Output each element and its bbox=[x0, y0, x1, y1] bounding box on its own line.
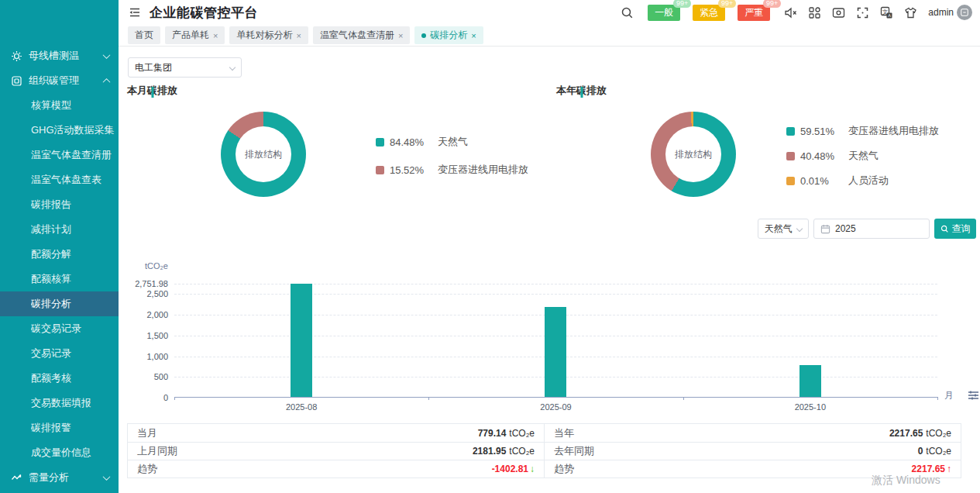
alarm-chip-general[interactable]: 一般99+ bbox=[648, 5, 680, 21]
legend-item-变压器进线用电排放[interactable]: 59.51%变压器进线用电排放 bbox=[786, 124, 939, 138]
y-axis-tick-label: 2,000 bbox=[146, 310, 168, 319]
legend-item-人员活动[interactable]: 0.01%人员活动 bbox=[786, 174, 939, 188]
search-icon[interactable] bbox=[621, 6, 634, 19]
legend-percent: 84.48% bbox=[390, 136, 430, 148]
sidebar-item-label: 核算模型 bbox=[31, 98, 119, 112]
x-axis-label: 2025-10 bbox=[795, 402, 826, 412]
bar-2025-08[interactable] bbox=[291, 284, 312, 397]
tab-首页[interactable]: 首页 bbox=[128, 26, 160, 44]
tab-碳排分析[interactable]: 碳排分析× bbox=[414, 26, 483, 44]
sidebar-item-碳排报告[interactable]: 碳排报告 bbox=[0, 192, 119, 217]
title-accent-bar bbox=[580, 87, 583, 98]
sidebar-item-交易数据填报[interactable]: 交易数据填报 bbox=[0, 391, 119, 415]
year-date-input[interactable]: 2025 bbox=[813, 219, 930, 239]
sidebar-item-label: 减排计划 bbox=[31, 222, 119, 236]
tab-产品单耗[interactable]: 产品单耗× bbox=[165, 26, 225, 44]
avatar[interactable] bbox=[957, 5, 972, 20]
top-header: 企业能碳管控平台 一般99+紧急99+严重99+ bbox=[119, 0, 980, 25]
main-area: 企业能碳管控平台 一般99+紧急99+严重99+ bbox=[119, 0, 980, 493]
sidebar-group-母线槽测温[interactable]: 母线槽测温 bbox=[0, 43, 119, 68]
sidebar-item-label: 碳排报告 bbox=[31, 198, 119, 212]
sidebar-item-label: 配额考核 bbox=[31, 371, 119, 385]
sidebar-item-碳排分析[interactable]: 碳排分析 bbox=[0, 291, 119, 316]
screenshot-icon[interactable] bbox=[832, 6, 845, 19]
bar-2025-10[interactable] bbox=[799, 365, 821, 397]
trend-down-arrow-icon: ↓ bbox=[530, 464, 535, 474]
bar-bands: 2025-082025-092025-10 bbox=[174, 284, 937, 397]
sidebar-item-温室气体盘查清册[interactable]: 温室气体盘查清册 bbox=[0, 143, 119, 167]
x-axis-label: 2025-08 bbox=[286, 402, 317, 412]
sidebar-item-GHG活动数据采集[interactable]: GHG活动数据采集 bbox=[0, 118, 119, 143]
close-tab-icon[interactable]: × bbox=[398, 31, 403, 40]
alarm-count-badge: 99+ bbox=[763, 0, 781, 8]
legend-color-swatch bbox=[786, 177, 795, 185]
sidebar-item-label: 配额分解 bbox=[31, 247, 119, 261]
close-tab-icon[interactable]: × bbox=[213, 31, 218, 40]
org-select[interactable]: 电工集团 bbox=[128, 57, 242, 78]
alarm-chip-urgent[interactable]: 紧急99+ bbox=[693, 5, 725, 21]
legend-item-变压器进线用电排放[interactable]: 15.52%变压器进线用电排放 bbox=[376, 163, 528, 177]
legend-color-swatch bbox=[376, 138, 384, 147]
x-axis-label: 2025-09 bbox=[540, 402, 571, 412]
tab-单耗对标分析[interactable]: 单耗对标分析× bbox=[229, 26, 308, 44]
alarm-chip-critical[interactable]: 严重99+ bbox=[738, 5, 770, 21]
collapse-menu-icon[interactable] bbox=[128, 5, 142, 19]
legend-percent: 15.52% bbox=[390, 164, 430, 176]
sidebar-item-碳交易记录[interactable]: 碳交易记录 bbox=[0, 316, 119, 341]
bar-2025-09[interactable] bbox=[545, 307, 566, 397]
sidebar-item-减排计划[interactable]: 减排计划 bbox=[0, 217, 119, 242]
trend-up-arrow-icon: ↑ bbox=[947, 464, 951, 474]
legend-color-swatch bbox=[376, 166, 384, 174]
sidebar-item-配额考核[interactable]: 配额考核 bbox=[0, 366, 119, 391]
y-axis-tick-label: 1,000 bbox=[146, 352, 168, 361]
user-menu[interactable]: admin bbox=[928, 5, 972, 20]
table-row: 当年2217.65tCO₂e bbox=[545, 424, 961, 442]
theme-skin-icon[interactable] bbox=[904, 6, 917, 19]
sidebar-item-label: GHG活动数据采集 bbox=[31, 123, 119, 137]
sidebar-group-组织碳管理[interactable]: 组织碳管理 bbox=[0, 68, 119, 93]
layout-grid-icon[interactable] bbox=[808, 6, 821, 19]
sidebar-item-温室气体盘查表[interactable]: 温室气体盘查表 bbox=[0, 167, 119, 192]
temperature-icon bbox=[11, 50, 22, 62]
legend-item-天然气[interactable]: 84.48%天然气 bbox=[376, 135, 528, 149]
y-axis-tick-label: 500 bbox=[154, 372, 168, 381]
legend-name: 变压器进线用电排放 bbox=[848, 124, 939, 138]
sidebar-item-label: 交易数据填报 bbox=[31, 396, 119, 410]
energy-type-select[interactable]: 天然气 bbox=[758, 219, 809, 239]
row-label: 当年 bbox=[554, 426, 574, 440]
fullscreen-icon[interactable] bbox=[856, 6, 869, 19]
legend-name: 变压器进线用电排放 bbox=[438, 163, 528, 177]
translate-icon[interactable]: 文A bbox=[880, 6, 893, 19]
sidebar-item-碳排报警[interactable]: 碳排报警 bbox=[0, 415, 119, 440]
sidebar-group-需量分析[interactable]: 需量分析 bbox=[0, 465, 119, 490]
query-button[interactable]: 查询 bbox=[934, 219, 976, 239]
chart-toolbox-icon[interactable] bbox=[968, 390, 979, 401]
tab-label: 单耗对标分析 bbox=[236, 29, 292, 42]
bar-chart[interactable]: 05001,0001,5002,0002,5002,751.982025-082… bbox=[174, 284, 937, 398]
table-row: 去年同期0tCO₂e bbox=[545, 442, 961, 460]
sidebar-item-配额核算[interactable]: 配额核算 bbox=[0, 267, 119, 291]
close-tab-icon[interactable]: × bbox=[296, 31, 301, 40]
donut-chart-year[interactable]: 排放结构 bbox=[651, 112, 736, 197]
close-tab-icon[interactable]: × bbox=[471, 31, 476, 40]
donut-chart-month[interactable]: 排放结构 bbox=[221, 112, 306, 197]
sidebar-item-label: 温室气体盘查表 bbox=[31, 173, 119, 187]
sidebar-item-交易记录[interactable]: 交易记录 bbox=[0, 341, 119, 366]
x-axis-tick bbox=[937, 397, 938, 400]
legend-item-天然气[interactable]: 40.48%天然气 bbox=[786, 149, 939, 163]
sidebar-item-配额分解[interactable]: 配额分解 bbox=[0, 242, 119, 267]
row-label: 上月同期 bbox=[137, 444, 177, 458]
x-axis-tick bbox=[683, 397, 684, 400]
y-axis-tick-label: 2,500 bbox=[146, 289, 168, 298]
mute-icon[interactable] bbox=[784, 6, 797, 19]
sidebar-item-核算模型[interactable]: 核算模型 bbox=[0, 93, 119, 118]
tab-bar: 首页产品单耗×单耗对标分析×温室气体盘查清册×碳排分析× bbox=[119, 25, 980, 47]
table-row: 上月同期2181.95tCO₂e bbox=[128, 442, 544, 460]
chevron-down-icon bbox=[796, 226, 803, 232]
sidebar: 母线槽测温组织碳管理核算模型GHG活动数据采集温室气体盘查清册温室气体盘查表碳排… bbox=[0, 0, 119, 493]
tab-label: 温室气体盘查清册 bbox=[320, 29, 394, 42]
sidebar-item-成交量价信息[interactable]: 成交量价信息 bbox=[0, 440, 119, 465]
sidebar-item-label: 配额核算 bbox=[31, 272, 119, 286]
tab-温室气体盘查清册[interactable]: 温室气体盘查清册× bbox=[313, 26, 410, 44]
row-label: 趋势 bbox=[554, 462, 574, 476]
